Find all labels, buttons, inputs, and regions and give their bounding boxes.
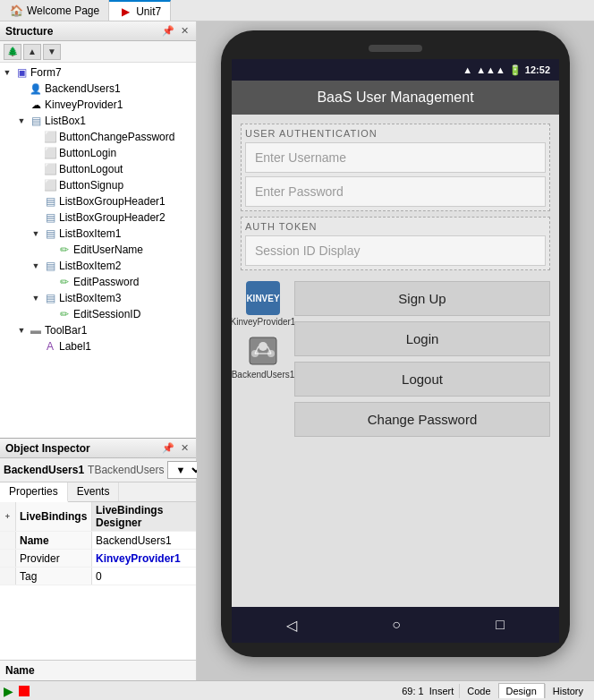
- tree-item-form7[interactable]: ▼ ▣ Form7: [0, 64, 196, 81]
- listboxitem1-toggle[interactable]: ▼: [29, 226, 43, 241]
- prop-name-value[interactable]: BackendUsers1: [92, 532, 196, 549]
- inspector-selector: BackendUsers1 TBackendUsers ▼: [0, 458, 196, 482]
- tree-item-btn-logout[interactable]: ⬜ ButtonLogout: [0, 161, 196, 177]
- bottom-row: KINVEY KinveyProvider1: [241, 281, 550, 437]
- prop-row-livebindings: + LiveBindings LiveBindings Designer: [0, 502, 196, 532]
- tree-item-listboxgroupheader2[interactable]: ▤ ListBoxGroupHeader2: [0, 209, 196, 226]
- tree-item-editusername[interactable]: ✏ EditUserName: [0, 242, 196, 258]
- listboxitem3-label: ListBoxItem3: [59, 292, 121, 304]
- inspector-name-label: Name: [0, 660, 196, 680]
- tree-item-btn-signup[interactable]: ⬜ ButtonSignup: [0, 177, 196, 193]
- btn-signup[interactable]: Sign Up: [294, 281, 550, 316]
- tab-welcome-page[interactable]: 🏠 Welcome Page: [0, 0, 109, 21]
- btn-changepw-icon: ⬜: [43, 130, 57, 144]
- back-btn[interactable]: ◁: [286, 617, 297, 634]
- tree-item-backendusers1[interactable]: 👤 BackendUsers1: [0, 81, 196, 97]
- move-down-btn[interactable]: ▼: [43, 44, 61, 60]
- unit7-icon: ▶: [118, 4, 132, 19]
- listboxitem3-toggle[interactable]: ▼: [29, 291, 43, 305]
- tab-events[interactable]: Events: [68, 482, 120, 501]
- status-icons: ▲ ▲▲▲ 🔋 12:52: [462, 64, 550, 76]
- livebindings-name: LiveBindings: [16, 502, 92, 531]
- listboxgroupheader1-label: ListBoxGroupHeader1: [59, 195, 165, 208]
- move-up-btn[interactable]: ▲: [23, 44, 41, 60]
- pin-inspector-icon[interactable]: 📌: [162, 442, 174, 455]
- toolbar1-label: ToolBar1: [45, 324, 87, 337]
- btn-signup-icon: ⬜: [43, 178, 57, 192]
- tree-item-listbox1[interactable]: ▼ ▤ ListBox1: [0, 113, 196, 129]
- username-field[interactable]: Enter Username: [245, 142, 546, 173]
- livebindings-value[interactable]: LiveBindings Designer: [92, 502, 196, 531]
- tree-item-editsessionid[interactable]: ✏ EditSessionID: [0, 306, 196, 322]
- tree-item-label1[interactable]: A Label1: [0, 338, 196, 354]
- structure-title: Structure: [5, 25, 53, 38]
- right-area: ▲ ▲▲▲ 🔋 12:52 BaaS User Management USER …: [197, 21, 594, 680]
- listboxitem2-label: ListBoxItem2: [59, 260, 121, 272]
- tab-bar: 🏠 Welcome Page ▶ Unit7: [0, 0, 594, 21]
- edit-mode: Insert: [429, 686, 454, 696]
- run-icon[interactable]: ▶: [4, 684, 13, 698]
- selected-component-name: BackendUsers1: [4, 464, 84, 476]
- pin-icon[interactable]: 📌: [162, 25, 174, 38]
- phone-status-bar: ▲ ▲▲▲ 🔋 12:52: [232, 59, 559, 81]
- buttons-column: Sign Up Login Logout Change Password: [294, 281, 550, 437]
- main-area: Structure 📌 ✕ 🌲 ▲ ▼ ▼ ▣ Form7: [0, 21, 594, 680]
- prop-name-name: Name: [16, 532, 92, 549]
- inspector-header: Object Inspector 📌 ✕: [0, 439, 196, 458]
- tree-item-btn-login[interactable]: ⬜ ButtonLogin: [0, 145, 196, 161]
- password-field[interactable]: Enter Password: [245, 176, 546, 207]
- tree-item-listboxgroupheader1[interactable]: ▤ ListBoxGroupHeader1: [0, 193, 196, 209]
- tree-view-btn[interactable]: 🌲: [4, 44, 21, 60]
- tree-item-kinveyprovider1[interactable]: ☁ KinveyProvider1: [0, 97, 196, 113]
- phone-mockup: ▲ ▲▲▲ 🔋 12:52 BaaS User Management USER …: [221, 30, 570, 657]
- tab-design[interactable]: Design: [498, 683, 545, 698]
- backendusers-component: BackendUsers1: [241, 334, 285, 380]
- form7-toggle[interactable]: ▼: [0, 65, 14, 80]
- tree-item-editpassword[interactable]: ✏ EditPassword: [0, 274, 196, 290]
- btn-logout[interactable]: Logout: [294, 362, 550, 397]
- selected-component-type: TBackendUsers: [88, 464, 164, 476]
- wifi-icon: ▲: [462, 64, 472, 75]
- status-right-tabs: Code Design History: [459, 683, 590, 698]
- structure-header: Structure 📌 ✕: [0, 21, 196, 41]
- tab-code[interactable]: Code: [459, 684, 497, 698]
- listbox1-label: ListBox1: [45, 115, 86, 127]
- btn-changepw-label: ButtonChangePassword: [59, 131, 174, 143]
- kinveyprovider1-label: KinveyProvider1: [45, 98, 123, 111]
- inspector-title: Object Inspector: [5, 442, 90, 455]
- listbox1-toggle[interactable]: ▼: [14, 114, 29, 128]
- kinvey-icon: KINVEY: [246, 281, 280, 315]
- backend-icon: [246, 334, 280, 368]
- tree-item-btn-changepw[interactable]: ⬜ ButtonChangePassword: [0, 129, 196, 145]
- tree-item-listboxitem2[interactable]: ▼ ▤ ListBoxItem2: [0, 258, 196, 274]
- recents-btn[interactable]: □: [496, 617, 505, 633]
- home-btn[interactable]: ○: [392, 617, 401, 633]
- session-field[interactable]: Session ID Display: [245, 235, 546, 266]
- status-bar: ▶ 69: 1 Insert Code Design History: [0, 680, 594, 700]
- prop-tag-value[interactable]: 0: [92, 568, 196, 585]
- kinveyprovider-component: KINVEY KinveyProvider1: [241, 281, 285, 327]
- listboxgroupheader1-icon: ▤: [43, 194, 57, 209]
- close-structure-icon[interactable]: ✕: [178, 25, 191, 38]
- stop-icon[interactable]: [19, 686, 30, 696]
- listboxitem1-label: ListBoxItem1: [59, 227, 121, 240]
- close-inspector-icon[interactable]: ✕: [178, 442, 191, 455]
- prop-row-tag: Tag 0: [0, 568, 196, 585]
- prop-provider-value[interactable]: KinveyProvider1: [92, 550, 196, 567]
- tab-history[interactable]: History: [545, 684, 590, 698]
- livebindings-expand[interactable]: +: [0, 502, 16, 531]
- inspector-table: + LiveBindings LiveBindings Designer Nam…: [0, 502, 196, 660]
- btn-login[interactable]: Login: [294, 321, 550, 356]
- toolbar1-toggle[interactable]: ▼: [14, 323, 29, 337]
- tab-properties[interactable]: Properties: [0, 482, 68, 502]
- auth-section: USER AUTHENTICATION Enter Username Enter…: [241, 124, 550, 211]
- tree-area: ▼ ▣ Form7 👤 BackendUsers1 ☁ KinveyProvid…: [0, 63, 196, 438]
- toolbar1-icon: ▬: [29, 323, 43, 337]
- tab-unit7[interactable]: ▶ Unit7: [109, 0, 171, 21]
- tree-item-toolbar1[interactable]: ▼ ▬ ToolBar1: [0, 322, 196, 338]
- btn-change-password[interactable]: Change Password: [294, 402, 550, 437]
- tree-item-listboxitem3[interactable]: ▼ ▤ ListBoxItem3: [0, 290, 196, 306]
- listboxitem2-toggle[interactable]: ▼: [29, 259, 43, 273]
- tree-item-listboxitem1[interactable]: ▼ ▤ ListBoxItem1: [0, 226, 196, 242]
- label1-icon: A: [43, 339, 57, 354]
